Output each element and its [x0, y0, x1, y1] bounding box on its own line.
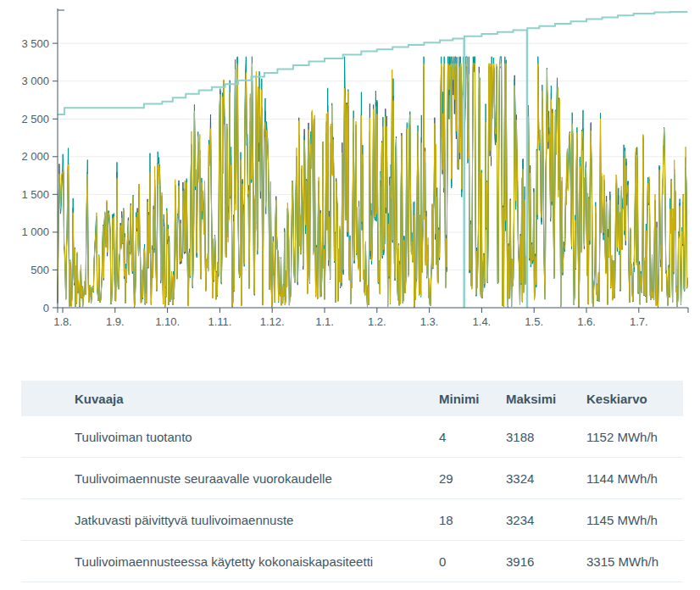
- y-axis-label: 3 500: [21, 37, 49, 50]
- y-axis-label: 500: [31, 264, 49, 276]
- series-label: Jatkuvasti päivittyvä tuulivoimaennuste: [75, 513, 439, 527]
- series-line-total-capacity: [58, 12, 688, 114]
- series-max: 3324: [506, 471, 586, 486]
- series-max: 3916: [506, 554, 586, 569]
- x-axis-label: 1.6.: [577, 315, 596, 328]
- x-axis-label: 1.8.: [53, 315, 72, 328]
- series-max: 3234: [506, 513, 586, 527]
- series-label: Tuulivoimaennuste seuraavalle vuorokaude…: [75, 471, 439, 486]
- series-min: 0: [439, 554, 506, 569]
- y-axis-label: 2 500: [21, 113, 49, 125]
- y-axis-label: 3 000: [21, 75, 49, 87]
- wind-power-dashboard: 05001 0001 5002 0002 5003 0003 5001.8.1.…: [0, 0, 700, 590]
- series-avg: 1144 MWh/h: [586, 471, 683, 486]
- legend-row-kokonaiskapasiteetti[interactable]: Tuulivoimaennusteessa käytetty kokonaisk…: [21, 541, 683, 582]
- x-axis-label: 1.7.: [630, 315, 648, 328]
- y-axis-label: 1 500: [21, 188, 49, 201]
- legend-table: Kuvaaja Minimi Maksimi Keskiarvo Tuulivo…: [21, 381, 683, 582]
- series-max: 3188: [506, 430, 586, 444]
- column-header-maksimi: Maksimi: [506, 392, 586, 406]
- series-avg: 1145 MWh/h: [586, 513, 683, 527]
- series-min: 29: [439, 471, 506, 486]
- legend-table-header: Kuvaaja Minimi Maksimi Keskiarvo: [21, 381, 683, 416]
- series-label: Tuulivoiman tuotanto: [75, 430, 439, 444]
- legend-row-jatkuva-ennuste[interactable]: Jatkuvasti päivittyvä tuulivoimaennuste …: [21, 499, 683, 541]
- x-axis-label: 1.3.: [420, 315, 439, 328]
- x-axis-label: 1.9.: [106, 315, 125, 328]
- series-avg: 3315 MWh/h: [586, 554, 683, 569]
- x-axis-label: 1.1.: [315, 315, 334, 328]
- wind-power-chart[interactable]: 05001 0001 5002 0002 5003 0003 5001.8.1.…: [0, 0, 700, 339]
- x-axis-label: 1.12.: [260, 315, 285, 328]
- legend-row-tuotanto[interactable]: Tuulivoiman tuotanto 4 3188 1152 MWh/h: [21, 416, 683, 458]
- y-axis-label: 1 000: [21, 225, 49, 238]
- series-min: 18: [439, 513, 506, 527]
- legend-row-vuorokausiennuste[interactable]: Tuulivoimaennuste seuraavalle vuorokaude…: [21, 458, 683, 499]
- x-axis-label: 1.11.: [208, 315, 231, 328]
- x-axis-label: 1.10.: [155, 315, 180, 328]
- y-axis-label: 0: [43, 302, 49, 314]
- x-axis-label: 1.5.: [525, 315, 543, 328]
- series-avg: 1152 MWh/h: [586, 430, 683, 444]
- series-label: Tuulivoimaennusteessa käytetty kokonaisk…: [75, 554, 439, 569]
- x-axis-label: 1.4.: [473, 315, 492, 328]
- series-min: 4: [439, 430, 506, 444]
- column-header-keskiarvo: Keskiarvo: [586, 392, 683, 406]
- column-header-minimi: Minimi: [439, 392, 506, 406]
- column-header-kuvaaja: Kuvaaja: [75, 392, 439, 406]
- x-axis-label: 1.2.: [368, 315, 386, 328]
- y-axis-label: 2 000: [21, 150, 49, 163]
